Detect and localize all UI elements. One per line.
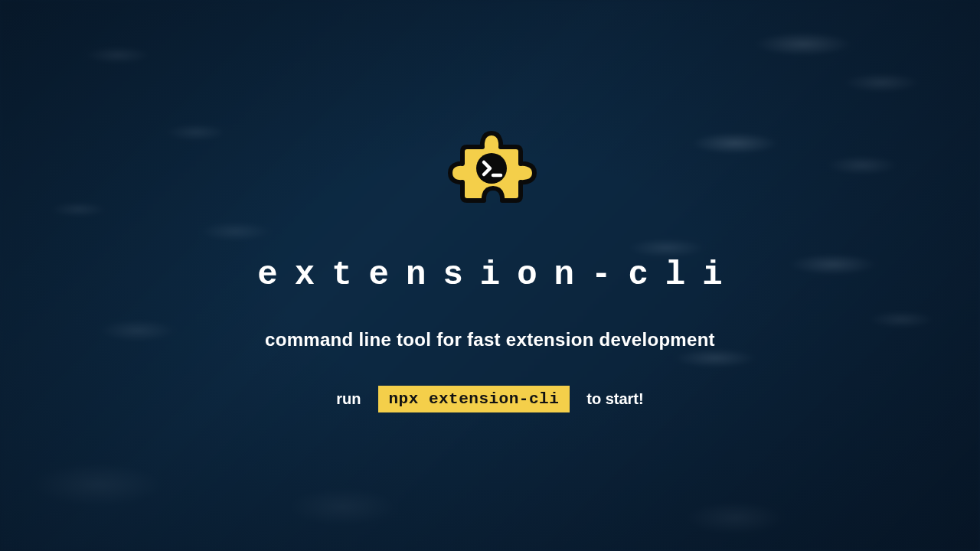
page-title: extension-cli	[240, 256, 739, 294]
run-suffix: to start!	[586, 390, 643, 408]
run-prefix: run	[336, 390, 361, 408]
run-instruction: run npx extension-cli to start!	[336, 386, 643, 412]
puzzle-piece-terminal-icon	[436, 116, 544, 227]
hero-content: extension-cli command line tool for fast…	[0, 0, 980, 551]
command-snippet: npx extension-cli	[378, 386, 570, 412]
subtitle: command line tool for fast extension dev…	[265, 329, 715, 350]
